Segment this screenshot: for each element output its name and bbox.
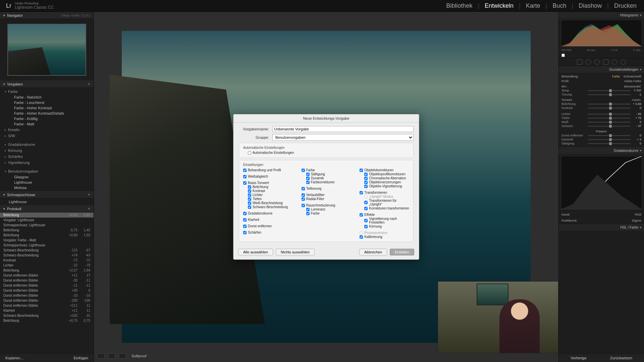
preset-item[interactable]: Farbe - Natürlich — [0, 95, 94, 100]
slider-Schwarz[interactable]: Schwarz- 37 — [561, 124, 641, 128]
history-row[interactable]: Kontrast-72-72 — [0, 258, 94, 263]
tone-curve[interactable] — [561, 156, 642, 209]
setting-checkbox[interactable]: Gradationskurve — [243, 212, 293, 215]
setting-checkbox[interactable]: Klarheit — [243, 218, 293, 222]
module-entwickeln[interactable]: Entwickeln — [483, 2, 515, 9]
close-icon[interactable]: × — [88, 206, 90, 211]
select-none-button[interactable]: Nichts auswählen — [276, 249, 315, 255]
history-row[interactable]: Dunst entfernen-Stärke+1117 — [0, 273, 94, 278]
spot-tool-icon[interactable] — [586, 59, 591, 65]
slider-Sättigung[interactable]: Sättigung0 — [561, 142, 641, 145]
setting-checkbox[interactable]: Farbe — [306, 212, 351, 215]
slider-Kontrast[interactable]: Kontrast0 — [561, 106, 641, 110]
preset-group-select[interactable]: Benutzervorgaben — [272, 134, 414, 141]
history-row[interactable]: Dunst entfernen-Stärke+300 — [0, 288, 94, 293]
history-row[interactable]: Belichtung-0,751,40 — [0, 228, 94, 233]
cancel-button[interactable]: Abbrechen — [359, 249, 387, 255]
history-row[interactable]: Belichtung+0,750,75 — [0, 318, 94, 323]
preset-item[interactable]: Farbe - Hoher Kontrast/Details — [0, 111, 94, 116]
plus-icon[interactable]: + — [88, 81, 90, 86]
setting-checkbox[interactable]: Dynamik — [306, 176, 351, 180]
slider-Temp.[interactable]: Temp.7.707 — [561, 89, 641, 92]
history-row[interactable]: Lichter-22-79 — [0, 263, 94, 268]
setting-checkbox[interactable]: Objektivverzerrungen — [364, 180, 409, 184]
preset-item[interactable]: Glasgow — [0, 174, 94, 180]
history-row[interactable]: Belichtung+0,650,65 — [0, 213, 94, 218]
preset-group[interactable]: Gradationskurve — [0, 141, 94, 147]
setting-checkbox[interactable]: Objektiv-Vignettierung — [364, 184, 409, 188]
plus-icon[interactable]: + — [88, 192, 90, 197]
setting-checkbox[interactable]: Weißabgleich — [243, 175, 293, 178]
setting-checkbox[interactable]: Kontrast — [248, 189, 293, 193]
history-row[interactable]: Vorgabe: Lighthouse — [0, 218, 94, 223]
preset-item[interactable]: Farbe - Leuchtend — [0, 100, 94, 105]
preset-item[interactable]: Farbe - Matt — [0, 121, 94, 127]
setting-checkbox[interactable]: Behandlung und Profil — [243, 168, 293, 172]
module-bibliothek[interactable]: Bibliothek — [445, 2, 474, 9]
navigator-thumbnail[interactable] — [7, 24, 86, 76]
setting-checkbox[interactable]: Sättigung — [306, 172, 351, 176]
preset-group[interactable]: Kreativ — [0, 127, 94, 133]
history-row[interactable]: Dunst entfernen-Stärke-30-11 — [0, 278, 94, 283]
setting-checkbox[interactable]: Farbkorrekturen — [306, 180, 351, 184]
setting-checkbox[interactable]: Verlaufsfilter — [302, 193, 351, 197]
snapshot-item[interactable]: Lighthouse — [0, 199, 94, 204]
setting-checkbox[interactable]: Rauschreduzierung — [302, 203, 351, 207]
preset-group[interactable]: Vignettierung — [0, 160, 94, 166]
setting-checkbox[interactable]: Weiß-Beschneidung — [248, 201, 293, 205]
gradient-tool-icon[interactable] — [603, 59, 608, 65]
history-row[interactable]: Klarheit+1111 — [0, 308, 94, 313]
preset-item[interactable]: Farbe - Kräftig — [0, 116, 94, 121]
setting-checkbox[interactable]: Objektivkorrekturen — [360, 168, 409, 172]
setting-checkbox[interactable]: Belichtung — [248, 185, 293, 189]
redeye-tool-icon[interactable] — [594, 59, 600, 65]
slider-Weiß[interactable]: Weiß0 — [561, 120, 641, 124]
history-row[interactable]: Schwarz-Beschneidung+74-43 — [0, 253, 94, 258]
crop-tool-icon[interactable] — [577, 59, 582, 65]
setting-checkbox[interactable]: Tiefen — [248, 197, 293, 201]
history-row[interactable]: Schwarz-Beschneidung-115-67 — [0, 248, 94, 253]
paste-button[interactable]: Einfügen — [74, 356, 88, 360]
slider-Dynamik[interactable]: Dynamik+ 4 — [561, 138, 641, 141]
slider-Dunst entfernen[interactable]: Dunst entfernen0 — [561, 134, 641, 137]
module-diashow[interactable]: Diashow — [577, 2, 603, 9]
slider-Tiefen[interactable]: Tiefen+ 75 — [561, 116, 641, 120]
preset-item[interactable]: Melissa — [0, 185, 94, 190]
history-row[interactable]: Dunst entfernen-Stärke-11-11 — [0, 283, 94, 288]
slider-Lichter[interactable]: Lichter- 65 — [561, 112, 641, 116]
preset-group[interactable]: Benutzervorgaben — [0, 168, 94, 174]
history-row[interactable]: Schwarz-Beschneidung+100-31 — [0, 313, 94, 318]
setting-checkbox[interactable]: Luminanz — [306, 207, 351, 211]
history-header[interactable]: ▾ Protokoll × — [0, 205, 94, 213]
setting-checkbox[interactable]: Teiltonung — [302, 187, 351, 190]
brush-tool-icon[interactable] — [621, 59, 626, 65]
module-drucken[interactable]: Drucken — [613, 2, 638, 9]
snapshots-header[interactable]: ▾ Schnappschüsse + — [0, 191, 94, 198]
navigator-header[interactable]: ▾ Navigator Einpa. Ausfül. 1:1 8:1 — [0, 12, 94, 19]
slider-Belichtung[interactable]: Belichtung+ 0,65 — [561, 102, 641, 106]
module-karte[interactable]: Karte — [525, 2, 542, 9]
setting-checkbox[interactable]: Radial-Filter — [302, 197, 351, 201]
module-buch[interactable]: Buch — [551, 2, 568, 9]
preset-group[interactable]: Körnung — [0, 147, 94, 154]
select-all-button[interactable]: Alle auswählen — [238, 249, 273, 255]
slider-Tönung[interactable]: Tönung-1 — [561, 93, 641, 96]
history-row[interactable]: Vorgabe: Farbe - Matt — [0, 238, 94, 243]
preset-group[interactable]: S/W — [0, 133, 94, 139]
setting-checkbox[interactable]: Effekte — [360, 213, 409, 217]
reset-button[interactable]: Zurücksetzen — [610, 356, 632, 360]
setting-checkbox[interactable]: Transformieren für „Upright“ — [364, 199, 409, 206]
setting-checkbox[interactable]: Objektivprofilkorrekturen — [364, 172, 409, 176]
history-row[interactable]: Dunst entfernen-Stärke+11111 — [0, 303, 94, 308]
setting-checkbox[interactable]: Vignettierung nach Freistellen — [364, 217, 409, 224]
radial-tool-icon[interactable] — [612, 59, 617, 65]
preset-item[interactable]: Farbe - Hoher Kontrast — [0, 105, 94, 111]
history-row[interactable]: Schnappschuss: Lighthouse — [0, 243, 94, 248]
histogram[interactable] — [561, 20, 642, 47]
history-row[interactable]: Belichtung+0,801,60 — [0, 233, 94, 238]
setting-checkbox[interactable]: Lichter — [248, 193, 293, 197]
setting-checkbox[interactable]: Farbe — [302, 168, 351, 172]
create-button[interactable]: Erstellen — [390, 249, 414, 255]
preset-group[interactable]: Farbe — [0, 88, 94, 95]
setting-checkbox[interactable]: Schwarz-Beschneidung — [248, 205, 293, 209]
